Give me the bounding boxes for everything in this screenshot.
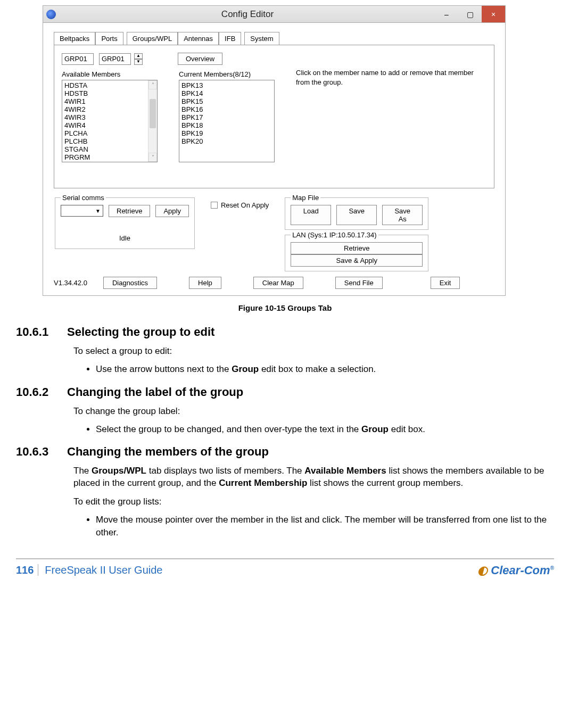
list-item[interactable]: PRGRM — [64, 153, 153, 161]
section-title: Changing the label of the group — [67, 385, 243, 399]
lan-legend: LAN (Sys:1 IP:10.50.17.34) — [291, 231, 378, 239]
list-item[interactable]: PLCHB — [64, 137, 153, 145]
scrollbar[interactable]: ˄ ˅ — [148, 80, 157, 162]
tab-antennas[interactable]: Antennas — [178, 32, 219, 45]
group-label-input[interactable] — [99, 53, 131, 65]
section-title: Changing the members of the group — [67, 445, 269, 459]
section-intro: To edit the group lists: — [73, 496, 549, 508]
exit-button[interactable]: Exit — [431, 277, 460, 289]
section-number: 10.6.2 — [16, 385, 57, 399]
tab-beltpacks[interactable]: Beltpacks — [54, 32, 95, 45]
minimize-button[interactable]: – — [435, 6, 458, 22]
list-item[interactable]: BPK01 — [64, 161, 153, 162]
list-item[interactable]: BPK19 — [181, 129, 270, 137]
list-item[interactable]: PLCHA — [64, 129, 153, 137]
tab-system[interactable]: System — [244, 32, 279, 45]
version-label: V1.34.42.0 — [54, 279, 87, 287]
tab-ports[interactable]: Ports — [95, 32, 123, 45]
map-file-legend: Map File — [291, 194, 320, 202]
serial-comms-group: Serial comms ▼ Retrieve Apply Idle — [55, 194, 195, 249]
list-item[interactable]: 4WIR3 — [64, 113, 153, 121]
sendfile-button[interactable]: Send File — [335, 277, 383, 289]
bottom-toolbar: V1.34.42.0 Diagnostics Help Clear Map Se… — [54, 277, 494, 289]
serial-port-combo[interactable]: ▼ — [61, 205, 103, 217]
config-editor-window: Config Editor – ▢ × Beltpacks Ports Grou… — [43, 5, 506, 296]
available-members-list[interactable]: HDSTA HDSTB 4WIR1 4WIR2 4WIR3 4WIR4 PLCH… — [62, 80, 158, 162]
section-intro: To select a group to edit: — [73, 345, 549, 358]
guide-title: FreeSpeak II User Guide — [45, 564, 162, 576]
map-file-group: Map File Load Save Save As — [285, 194, 428, 230]
section-title: Selecting the group to edit — [67, 325, 214, 339]
list-item[interactable]: BPK14 — [181, 89, 270, 97]
scroll-down-icon[interactable]: ˅ — [148, 153, 157, 162]
reset-on-apply-checkbox[interactable] — [211, 202, 218, 209]
lan-group: LAN (Sys:1 IP:10.50.17.34) Retrieve Save… — [285, 231, 428, 271]
list-item[interactable]: BPK20 — [181, 137, 270, 145]
list-item[interactable]: BPK13 — [181, 81, 270, 89]
lan-retrieve-button[interactable]: Retrieve — [291, 242, 423, 254]
list-item[interactable]: HDSTA — [64, 81, 153, 89]
chevron-down-icon: ▼ — [95, 208, 101, 214]
tab-strip: Beltpacks Ports Groups/WPL Antennas IFB … — [54, 31, 494, 45]
close-button[interactable]: × — [482, 6, 505, 22]
tab-panel-groups: ▲ ▼ Overview Available Members HDSTA HDS… — [54, 45, 494, 188]
hint-text: Click on the member name to add or remov… — [296, 68, 486, 87]
mapfile-load-button[interactable]: Load — [291, 205, 331, 225]
list-item[interactable]: 4WIR4 — [64, 121, 153, 129]
figure-caption: Figure 10-15 Groups Tab — [0, 303, 570, 312]
serial-comms-legend: Serial comms — [61, 194, 106, 202]
list-item[interactable]: BPK16 — [181, 105, 270, 113]
reset-on-apply-label: Reset On Apply — [221, 201, 269, 209]
page-number: 116 — [16, 564, 38, 576]
tab-ifb[interactable]: IFB — [219, 32, 241, 45]
list-item[interactable]: 4WIR2 — [64, 105, 153, 113]
tab-groups-wpl[interactable]: Groups/WPL — [127, 32, 178, 45]
list-item[interactable]: HDSTB — [64, 89, 153, 97]
document-body: 10.6.1 Selecting the group to edit To se… — [0, 325, 570, 539]
bullet-item: Select the group to be changed, and then… — [96, 423, 549, 436]
list-item[interactable]: 4WIR1 — [64, 97, 153, 105]
overview-button[interactable]: Overview — [178, 53, 222, 65]
page-footer: 116 FreeSpeak II User Guide ◐ Clear-Com® — [16, 558, 554, 587]
mapfile-save-button[interactable]: Save — [336, 205, 377, 225]
serial-status: Idle — [61, 234, 189, 242]
list-item[interactable]: BPK15 — [181, 97, 270, 105]
section-intro: To change the group label: — [73, 406, 549, 418]
list-item[interactable]: STGAN — [64, 145, 153, 153]
reset-on-apply-row: Reset On Apply — [211, 201, 269, 209]
client-area: Beltpacks Ports Groups/WPL Antennas IFB … — [43, 23, 505, 295]
lan-saveapply-button[interactable]: Save & Apply — [291, 254, 423, 267]
window-title: Config Editor — [60, 9, 435, 20]
diagnostics-button[interactable]: Diagnostics — [103, 277, 157, 289]
current-members-list[interactable]: BPK13 BPK14 BPK15 BPK16 BPK17 BPK18 BPK1… — [179, 80, 275, 162]
bullet-item: Move the mouse pointer over the member i… — [96, 514, 549, 539]
scroll-thumb[interactable] — [150, 99, 156, 128]
group-id-input[interactable] — [62, 53, 94, 65]
group-spinner[interactable]: ▲ ▼ — [134, 53, 143, 65]
app-icon — [46, 10, 56, 19]
bullet-item: Use the arrow buttons next to the Group … — [96, 363, 549, 376]
spinner-down-icon[interactable]: ▼ — [134, 59, 143, 65]
section-number: 10.6.1 — [16, 325, 57, 339]
section-paragraph: The Groups/WPL tab displays two lists of… — [73, 465, 549, 490]
section-number: 10.6.3 — [16, 445, 57, 459]
maximize-button[interactable]: ▢ — [458, 6, 482, 22]
list-item[interactable]: BPK18 — [181, 121, 270, 129]
clearcom-logo: ◐ Clear-Com® — [477, 564, 554, 577]
current-members-label: Current Members(8/12) — [179, 70, 275, 78]
titlebar: Config Editor – ▢ × — [43, 6, 505, 23]
available-members-label: Available Members — [62, 70, 158, 78]
list-item[interactable]: BPK17 — [181, 113, 270, 121]
mapfile-saveas-button[interactable]: Save As — [382, 205, 423, 225]
serial-retrieve-button[interactable]: Retrieve — [109, 205, 150, 217]
clearmap-button[interactable]: Clear Map — [253, 277, 303, 289]
serial-apply-button[interactable]: Apply — [155, 205, 189, 217]
help-button[interactable]: Help — [189, 277, 221, 289]
spinner-up-icon[interactable]: ▲ — [134, 53, 143, 59]
scroll-up-icon[interactable]: ˄ — [148, 80, 157, 89]
